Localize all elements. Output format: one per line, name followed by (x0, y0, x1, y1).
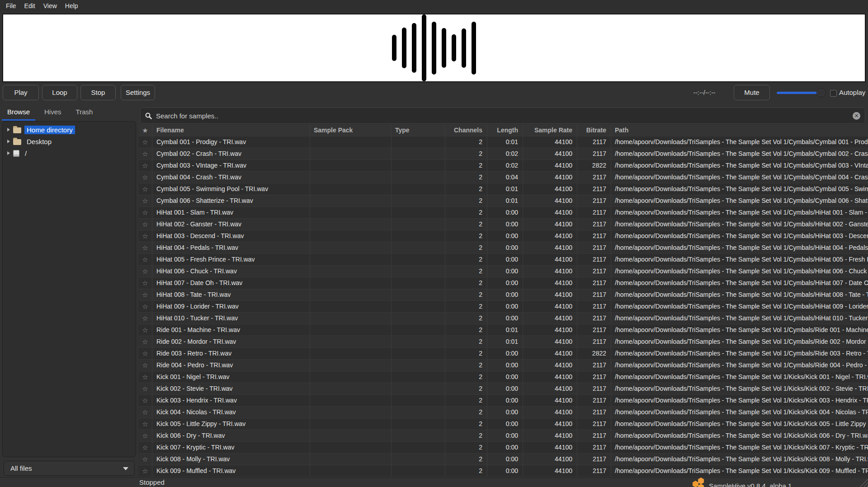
play-button[interactable]: Play (3, 85, 39, 100)
star-outline-icon[interactable]: ☆ (142, 338, 148, 346)
table-row[interactable]: ☆ Kick 005 - Little Zippy - TRI.wav 2 0:… (138, 418, 868, 430)
star-outline-icon[interactable]: ☆ (142, 244, 148, 252)
table-row[interactable]: ☆ HiHat 008 - Tate - TRI.wav 2 0:00 4410… (138, 289, 868, 301)
table-row[interactable]: ☆ HiHat 006 - Chuck - TRI.wav 2 0:00 441… (138, 266, 868, 277)
table-row[interactable]: ☆ Cymbal 002 - Crash - TRI.wav 2 0:02 44… (138, 148, 868, 160)
tab-trash[interactable]: Trash (69, 105, 100, 121)
cell-bitrate: 2117 (577, 277, 611, 289)
volume-slider[interactable] (777, 92, 825, 94)
star-outline-icon[interactable]: ☆ (142, 303, 148, 310)
table-row[interactable]: ☆ HiHat 003 - Descend - TRI.wav 2 0:00 4… (138, 230, 868, 242)
expand-arrow-icon[interactable] (7, 151, 10, 155)
star-outline-icon[interactable]: ☆ (142, 209, 148, 216)
table-row[interactable]: ☆ Kick 004 - Nicolas - TRI.wav 2 0:00 44… (138, 407, 868, 418)
autoplay-label[interactable]: Autoplay (839, 85, 865, 100)
menu-edit[interactable]: Edit (20, 0, 39, 12)
loop-button[interactable]: Loop (42, 85, 77, 100)
menu-help[interactable]: Help (61, 0, 82, 12)
favorites-column-header[interactable]: ★ (138, 125, 152, 136)
table-row[interactable]: ☆ Kick 003 - Hendrix - TRI.wav 2 0:00 44… (138, 395, 868, 407)
tree-item-desktop[interactable]: Desktop (3, 136, 136, 147)
table-row[interactable]: ☆ Cymbal 004 - Crash - TRI.wav 2 0:04 44… (138, 172, 868, 183)
star-outline-icon[interactable]: ☆ (142, 291, 148, 299)
column-header-type[interactable]: Type (392, 125, 445, 136)
column-header-sample-rate[interactable]: Sample Rate (523, 125, 577, 136)
star-outline-icon[interactable]: ☆ (142, 385, 148, 393)
star-outline-icon[interactable]: ☆ (142, 314, 148, 322)
column-header-filename[interactable]: Filename (152, 125, 310, 136)
star-outline-icon[interactable]: ☆ (142, 138, 148, 146)
column-header-path[interactable]: Path (611, 125, 868, 136)
column-header-length[interactable]: Length (487, 125, 523, 136)
column-header-sample-pack[interactable]: Sample Pack (310, 125, 392, 136)
table-row[interactable]: ☆ Cymbal 006 - Shatterize - TRI.wav 2 0:… (138, 195, 868, 207)
tab-hives[interactable]: Hives (37, 105, 69, 121)
expand-arrow-icon[interactable] (7, 140, 10, 143)
star-outline-icon[interactable]: ☆ (142, 455, 148, 463)
star-outline-icon[interactable]: ☆ (142, 408, 148, 416)
star-outline-icon[interactable]: ☆ (142, 162, 148, 169)
table-row[interactable]: ☆ Kick 001 - Nigel - TRI.wav 2 0:00 4410… (138, 371, 868, 383)
star-outline-icon[interactable]: ☆ (142, 350, 148, 357)
star-outline-icon[interactable]: ☆ (142, 444, 148, 451)
table-row[interactable]: ☆ HiHat 005 - Fresh Prince - TRI.wav 2 0… (138, 254, 868, 266)
table-row[interactable]: ☆ HiHat 009 - Lorider - TRI.wav 2 0:00 4… (138, 301, 868, 313)
table-row[interactable]: ☆ Ride 002 - Mordor - TRI.wav 2 0:01 441… (138, 336, 868, 348)
star-outline-icon[interactable]: ☆ (142, 467, 148, 475)
tree-item-label[interactable]: Desktop (24, 137, 54, 146)
resize-grip[interactable] (859, 478, 868, 487)
star-outline-icon[interactable]: ☆ (142, 220, 148, 228)
column-header-bitrate[interactable]: Bitrate (577, 125, 611, 136)
table-row[interactable]: ☆ Ride 004 - Pedro - TRI.wav 2 0:00 4410… (138, 360, 868, 371)
table-row[interactable]: ☆ Cymbal 001 - Prodigy - TRI.wav 2 0:01 … (138, 136, 868, 148)
search-input[interactable] (156, 112, 853, 120)
cell-length: 0:00 (487, 313, 523, 324)
table-row[interactable]: ☆ Ride 003 - Retro - TRI.wav 2 0:00 4410… (138, 348, 868, 360)
tree-item-label[interactable]: Home directory (24, 126, 75, 134)
star-outline-icon[interactable]: ☆ (142, 150, 148, 158)
star-outline-icon[interactable]: ☆ (142, 173, 148, 181)
star-outline-icon[interactable]: ☆ (142, 361, 148, 369)
mute-button[interactable]: Mute (734, 85, 770, 100)
tree-item-home[interactable]: Home directory (3, 124, 136, 136)
clear-search-icon[interactable]: ✕ (853, 112, 860, 120)
cell-bitrate: 2117 (577, 442, 611, 454)
star-outline-icon[interactable]: ☆ (142, 420, 148, 428)
table-row[interactable]: ☆ Kick 007 - Kryptic - TRI.wav 2 0:00 44… (138, 442, 868, 454)
table-row[interactable]: ☆ Ride 001 - Machine - TRI.wav 2 0:01 44… (138, 324, 868, 336)
table-row[interactable]: ☆ HiHat 007 - Date Oh - TRI.wav 2 0:00 4… (138, 277, 868, 289)
settings-button[interactable]: Settings (121, 85, 155, 100)
star-outline-icon[interactable]: ☆ (142, 432, 148, 440)
table-row[interactable]: ☆ Kick 006 - Dry - TRI.wav 2 0:00 44100 … (138, 430, 868, 442)
tab-browse[interactable]: Browse (0, 105, 37, 121)
star-outline-icon[interactable]: ☆ (142, 185, 148, 193)
expand-arrow-icon[interactable] (7, 128, 10, 131)
table-row[interactable]: ☆ Kick 002 - Stevie - TRI.wav 2 0:00 441… (138, 383, 868, 395)
star-outline-icon[interactable]: ☆ (142, 256, 148, 263)
star-outline-icon[interactable]: ☆ (142, 397, 148, 404)
star-outline-icon[interactable]: ☆ (142, 197, 148, 205)
table-row[interactable]: ☆ Cymbal 003 - VIntage - TRI.wav 2 0:02 … (138, 160, 868, 172)
table-row[interactable]: ☆ HiHat 001 - Slam - TRI.wav 2 0:00 4410… (138, 207, 868, 219)
stop-button[interactable]: Stop (80, 85, 116, 100)
star-outline-icon[interactable]: ☆ (142, 267, 148, 275)
star-outline-icon[interactable]: ☆ (142, 279, 148, 287)
cell-path: /home/apoorv/Downloads/TriSamples - The … (611, 313, 868, 324)
cell-sample-pack (310, 277, 392, 289)
table-row[interactable]: ☆ HiHat 004 - Pedals - TRI.wav 2 0:00 44… (138, 242, 868, 254)
autoplay-checkbox[interactable] (830, 90, 837, 97)
column-header-channels[interactable]: Channels (445, 125, 487, 136)
file-filter-dropdown[interactable]: All files (4, 461, 135, 476)
tree-item-label[interactable]: / (23, 149, 29, 158)
star-outline-icon[interactable]: ☆ (142, 373, 148, 381)
menu-file[interactable]: File (2, 0, 20, 12)
volume-slider-thumb[interactable] (816, 88, 826, 97)
table-row[interactable]: ☆ HiHat 010 - Tucker - TRI.wav 2 0:00 44… (138, 313, 868, 324)
star-outline-icon[interactable]: ☆ (142, 232, 148, 240)
table-row[interactable]: ☆ Cymbal 005 - Swimming Pool - TRI.wav 2… (138, 183, 868, 195)
table-row[interactable]: ☆ HiHat 002 - Ganster - TRI.wav 2 0:00 4… (138, 219, 868, 230)
tree-item-root[interactable]: / (3, 147, 136, 159)
star-outline-icon[interactable]: ☆ (142, 326, 148, 334)
table-row[interactable]: ☆ Kick 008 - Molly - TRI.wav 2 0:00 4410… (138, 454, 868, 465)
menu-view[interactable]: View (39, 0, 61, 12)
